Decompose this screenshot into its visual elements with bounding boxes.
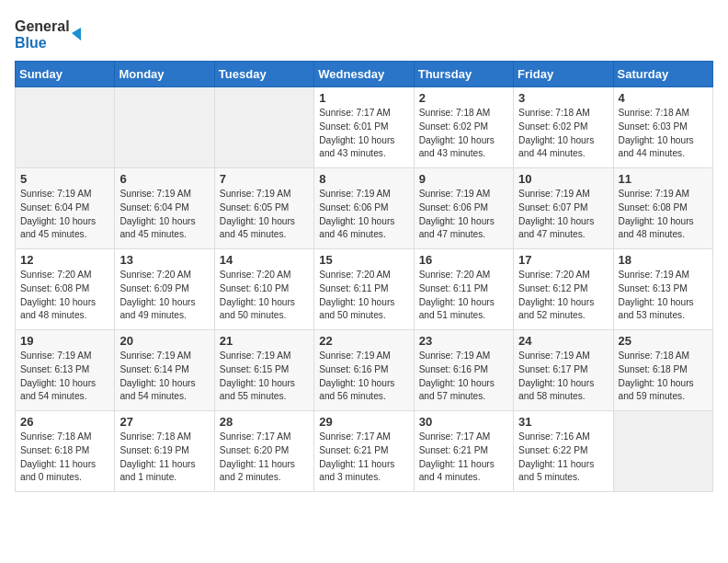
day-info: Sunrise: 7:20 AM Sunset: 6:11 PM Dayligh… xyxy=(419,269,508,323)
day-number: 28 xyxy=(220,415,309,429)
calendar-cell: 31Sunrise: 7:16 AM Sunset: 6:22 PM Dayli… xyxy=(514,411,613,492)
day-number: 1 xyxy=(319,91,408,105)
day-number: 27 xyxy=(119,415,209,429)
calendar-cell: 21Sunrise: 7:19 AM Sunset: 6:15 PM Dayli… xyxy=(214,330,313,411)
calendar-cell: 8Sunrise: 7:19 AM Sunset: 6:06 PM Daylig… xyxy=(314,168,414,249)
calendar-cell xyxy=(16,87,115,168)
day-number: 9 xyxy=(419,172,508,186)
day-number: 6 xyxy=(119,172,209,186)
calendar-week-row: 19Sunrise: 7:19 AM Sunset: 6:13 PM Dayli… xyxy=(16,330,713,411)
calendar-table: SundayMondayTuesdayWednesdayThursdayFrid… xyxy=(15,61,713,492)
day-number: 17 xyxy=(518,253,608,267)
svg-marker-2 xyxy=(72,28,81,40)
day-number: 18 xyxy=(619,253,708,267)
day-number: 13 xyxy=(119,253,209,267)
calendar-cell xyxy=(613,411,712,492)
weekday-header: Wednesday xyxy=(314,62,414,87)
weekday-header: Monday xyxy=(115,62,214,87)
day-info: Sunrise: 7:19 AM Sunset: 6:06 PM Dayligh… xyxy=(419,188,508,242)
day-info: Sunrise: 7:17 AM Sunset: 6:21 PM Dayligh… xyxy=(319,431,408,485)
day-info: Sunrise: 7:20 AM Sunset: 6:10 PM Dayligh… xyxy=(220,269,309,323)
day-info: Sunrise: 7:18 AM Sunset: 6:02 PM Dayligh… xyxy=(518,107,608,161)
day-number: 5 xyxy=(20,172,109,186)
day-info: Sunrise: 7:18 AM Sunset: 6:02 PM Dayligh… xyxy=(419,107,508,161)
calendar-cell: 5Sunrise: 7:19 AM Sunset: 6:04 PM Daylig… xyxy=(16,168,115,249)
day-info: Sunrise: 7:18 AM Sunset: 6:19 PM Dayligh… xyxy=(119,431,209,485)
day-number: 4 xyxy=(619,91,708,105)
day-info: Sunrise: 7:19 AM Sunset: 6:04 PM Dayligh… xyxy=(119,188,209,242)
day-number: 16 xyxy=(419,253,508,267)
day-number: 11 xyxy=(619,172,708,186)
calendar-week-row: 12Sunrise: 7:20 AM Sunset: 6:08 PM Dayli… xyxy=(16,249,713,330)
weekday-header: Tuesday xyxy=(214,62,313,87)
calendar-cell xyxy=(115,87,214,168)
calendar-cell: 30Sunrise: 7:17 AM Sunset: 6:21 PM Dayli… xyxy=(414,411,513,492)
day-number: 31 xyxy=(518,415,608,429)
calendar-cell: 3Sunrise: 7:18 AM Sunset: 6:02 PM Daylig… xyxy=(514,87,613,168)
day-number: 10 xyxy=(518,172,608,186)
calendar-week-row: 5Sunrise: 7:19 AM Sunset: 6:04 PM Daylig… xyxy=(16,168,713,249)
weekday-header: Saturday xyxy=(613,62,712,87)
day-number: 7 xyxy=(220,172,309,186)
day-number: 22 xyxy=(319,334,408,348)
day-info: Sunrise: 7:16 AM Sunset: 6:22 PM Dayligh… xyxy=(518,431,608,485)
calendar-cell: 17Sunrise: 7:20 AM Sunset: 6:12 PM Dayli… xyxy=(514,249,613,330)
day-number: 20 xyxy=(119,334,209,348)
calendar-cell: 26Sunrise: 7:18 AM Sunset: 6:18 PM Dayli… xyxy=(16,411,115,492)
weekday-header: Thursday xyxy=(414,62,513,87)
day-info: Sunrise: 7:19 AM Sunset: 6:15 PM Dayligh… xyxy=(220,350,309,404)
day-number: 15 xyxy=(319,253,408,267)
day-info: Sunrise: 7:18 AM Sunset: 6:18 PM Dayligh… xyxy=(20,431,109,485)
calendar-cell: 29Sunrise: 7:17 AM Sunset: 6:21 PM Dayli… xyxy=(314,411,414,492)
calendar-cell: 23Sunrise: 7:19 AM Sunset: 6:16 PM Dayli… xyxy=(414,330,513,411)
calendar-cell: 1Sunrise: 7:17 AM Sunset: 6:01 PM Daylig… xyxy=(314,87,414,168)
day-info: Sunrise: 7:20 AM Sunset: 6:12 PM Dayligh… xyxy=(518,269,608,323)
calendar-cell: 14Sunrise: 7:20 AM Sunset: 6:10 PM Dayli… xyxy=(214,249,313,330)
day-number: 19 xyxy=(20,334,109,348)
logo: GeneralBlue xyxy=(15,15,88,52)
day-number: 21 xyxy=(220,334,309,348)
day-info: Sunrise: 7:19 AM Sunset: 6:14 PM Dayligh… xyxy=(119,350,209,404)
calendar-cell: 20Sunrise: 7:19 AM Sunset: 6:14 PM Dayli… xyxy=(115,330,214,411)
day-info: Sunrise: 7:19 AM Sunset: 6:16 PM Dayligh… xyxy=(419,350,508,404)
day-number: 30 xyxy=(419,415,508,429)
day-number: 29 xyxy=(319,415,408,429)
calendar-cell: 4Sunrise: 7:18 AM Sunset: 6:03 PM Daylig… xyxy=(613,87,712,168)
day-info: Sunrise: 7:17 AM Sunset: 6:20 PM Dayligh… xyxy=(220,431,309,485)
calendar-cell: 18Sunrise: 7:19 AM Sunset: 6:13 PM Dayli… xyxy=(613,249,712,330)
day-number: 12 xyxy=(20,253,109,267)
calendar-cell: 22Sunrise: 7:19 AM Sunset: 6:16 PM Dayli… xyxy=(314,330,414,411)
calendar-cell: 24Sunrise: 7:19 AM Sunset: 6:17 PM Dayli… xyxy=(514,330,613,411)
weekday-header: Sunday xyxy=(16,62,115,87)
weekday-header: Friday xyxy=(514,62,613,87)
calendar-cell: 28Sunrise: 7:17 AM Sunset: 6:20 PM Dayli… xyxy=(214,411,313,492)
weekday-header-row: SundayMondayTuesdayWednesdayThursdayFrid… xyxy=(16,62,713,87)
day-info: Sunrise: 7:18 AM Sunset: 6:03 PM Dayligh… xyxy=(619,107,708,161)
day-number: 3 xyxy=(518,91,608,105)
day-info: Sunrise: 7:19 AM Sunset: 6:06 PM Dayligh… xyxy=(319,188,408,242)
calendar-cell: 7Sunrise: 7:19 AM Sunset: 6:05 PM Daylig… xyxy=(214,168,313,249)
day-number: 8 xyxy=(319,172,408,186)
calendar-cell: 27Sunrise: 7:18 AM Sunset: 6:19 PM Dayli… xyxy=(115,411,214,492)
day-info: Sunrise: 7:19 AM Sunset: 6:07 PM Dayligh… xyxy=(518,188,608,242)
svg-text:General: General xyxy=(15,18,70,34)
calendar-cell: 19Sunrise: 7:19 AM Sunset: 6:13 PM Dayli… xyxy=(16,330,115,411)
day-info: Sunrise: 7:20 AM Sunset: 6:09 PM Dayligh… xyxy=(119,269,209,323)
calendar-week-row: 26Sunrise: 7:18 AM Sunset: 6:18 PM Dayli… xyxy=(16,411,713,492)
day-info: Sunrise: 7:19 AM Sunset: 6:05 PM Dayligh… xyxy=(220,188,309,242)
day-info: Sunrise: 7:18 AM Sunset: 6:18 PM Dayligh… xyxy=(619,350,708,404)
calendar-cell xyxy=(214,87,313,168)
calendar-cell: 2Sunrise: 7:18 AM Sunset: 6:02 PM Daylig… xyxy=(414,87,513,168)
calendar-cell: 16Sunrise: 7:20 AM Sunset: 6:11 PM Dayli… xyxy=(414,249,513,330)
day-info: Sunrise: 7:19 AM Sunset: 6:13 PM Dayligh… xyxy=(20,350,109,404)
logo-svg: GeneralBlue xyxy=(15,15,88,52)
calendar-cell: 15Sunrise: 7:20 AM Sunset: 6:11 PM Dayli… xyxy=(314,249,414,330)
svg-text:Blue: Blue xyxy=(15,35,47,51)
day-info: Sunrise: 7:19 AM Sunset: 6:17 PM Dayligh… xyxy=(518,350,608,404)
day-info: Sunrise: 7:17 AM Sunset: 6:21 PM Dayligh… xyxy=(419,431,508,485)
calendar-cell: 11Sunrise: 7:19 AM Sunset: 6:08 PM Dayli… xyxy=(613,168,712,249)
day-number: 23 xyxy=(419,334,508,348)
calendar-cell: 12Sunrise: 7:20 AM Sunset: 6:08 PM Dayli… xyxy=(16,249,115,330)
calendar-cell: 25Sunrise: 7:18 AM Sunset: 6:18 PM Dayli… xyxy=(613,330,712,411)
calendar-cell: 10Sunrise: 7:19 AM Sunset: 6:07 PM Dayli… xyxy=(514,168,613,249)
